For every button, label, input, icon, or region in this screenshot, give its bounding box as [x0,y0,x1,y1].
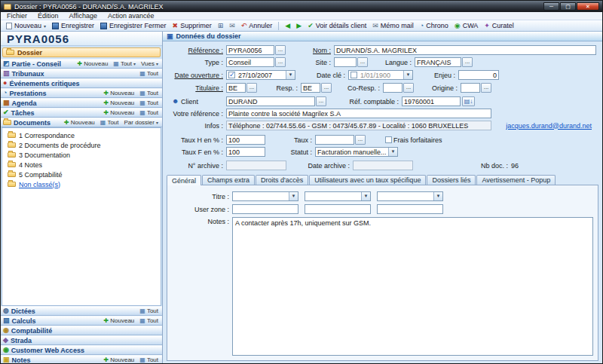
notes-textarea[interactable]: A contacter après 17h, uniquement sur GS… [232,217,593,356]
tree-item-correspondance[interactable]: 1 Correspondance [4,130,159,140]
coresp-field[interactable] [383,83,403,93]
tribunaux-tout-button[interactable]: ▦Tout [138,70,160,77]
tree-item-notes[interactable]: 4 Notes [4,160,159,170]
nom-field[interactable]: DURAND/S.A. MAGRILEX [334,45,596,55]
documents-nouveau-button[interactable]: ✚Nouveau [63,119,96,126]
menu-fichier[interactable]: Fichier [7,12,27,20]
annuler-button[interactable]: ↶ Annuler [239,21,275,31]
date-ouverture-checkbox[interactable] [228,72,235,78]
chevron-down-icon[interactable]: ▼ [403,71,412,79]
tab-avertissement-popup[interactable]: Avertissement - Popup [476,175,556,185]
prestations-nouveau-button[interactable]: ✚Nouveau [103,90,136,96]
chevron-down-icon[interactable]: ▼ [361,192,370,200]
nouveau-button[interactable]: Nouveau ▾ [4,21,48,31]
agenda-tout-button[interactable]: ▦Tout [138,99,160,106]
taches-tout-button[interactable]: ▦Tout [138,109,160,116]
sidebar-section-strada[interactable]: ◆ Strada [1,335,162,345]
user-zone-field-2[interactable] [305,204,371,214]
partie-tout-button[interactable]: ▦Tout▾ [112,60,137,67]
client-browse-button[interactable]: ... [316,96,326,106]
tree-item-documents-procedure[interactable]: 2 Documents de procédure [4,140,159,150]
voir-details-client-button[interactable]: ✔ Voir détails client [305,21,369,31]
tree-item-non-classes[interactable]: Non classé(s) [4,179,159,189]
documents-tout-button[interactable]: ▦Tout [99,119,121,126]
back-button[interactable]: ◀ [283,21,292,31]
titulaire-field[interactable]: BE [226,83,246,93]
sidebar-section-calculs[interactable]: ▤ Calculs ✚Nouveau ▦Tout [1,316,162,326]
titre-select-2[interactable]: ▼ [305,191,371,201]
chevron-down-icon[interactable]: ▼ [289,192,298,200]
maximize-button[interactable]: ▢ [560,2,576,11]
titulaire-label[interactable]: Titulaire : [172,84,226,92]
votre-reference-field[interactable]: Plainte contre la société Magrilex S.A [226,109,491,118]
chrono-button[interactable]: ◔ Chrono [418,21,451,31]
sidebar-section-tribunaux[interactable]: ▥ Tribunaux ▦Tout [1,69,162,78]
type-field[interactable]: Conseil [226,57,274,67]
tree-item-comptabilite[interactable]: 5 Comptabilité [4,170,159,179]
tab-utilisateurs-taux[interactable]: Utilisateurs avec un taux spécifique [309,175,426,185]
titre-select-1[interactable]: ▼ [232,191,298,201]
menu-edition[interactable]: Édition [38,12,59,20]
sidebar-section-notes[interactable]: ▣ Notes ✚Nouveau ▦Tout [1,355,162,364]
dictees-tout-button[interactable]: ▦Tout [138,307,160,314]
tree-item-documentation[interactable]: 3 Documentation [4,150,159,160]
calculs-tout-button[interactable]: ▦Tout [138,317,160,324]
taux-browse-button[interactable]: ... [355,135,366,145]
taux-h-field[interactable]: 100 [226,135,265,145]
sidebar-section-evenements-critiques[interactable]: ● Événements critiques [1,78,162,88]
minimize-button[interactable]: ─ [543,2,559,11]
send-mail-button[interactable]: ✉ [227,21,237,31]
enjeu-field[interactable]: 0 [458,70,499,80]
resp-browse-button[interactable]: ... [321,83,332,93]
tab-droits-acces[interactable]: Droits d'accès [256,175,308,185]
sidebar-section-prestations[interactable]: ◔ Prestations ✚Nouveau ▦Tout [1,88,162,98]
ref-comptable-field[interactable]: 19760001 [402,96,461,106]
sidebar-section-comptabilite[interactable]: ◉ Comptabilité [1,326,162,335]
menu-affichage[interactable]: Affichage [69,12,97,20]
forward-button[interactable]: ▶ [294,21,304,31]
langue-field[interactable]: FRANÇAIS [415,57,461,67]
menu-action-avancee[interactable]: Action avancée [108,12,155,20]
curatel-button[interactable]: ✦ Curatel [482,21,516,31]
type-browse-button[interactable]: ... [275,57,286,67]
supprimer-button[interactable]: ✖ Supprimer [170,21,214,31]
chevron-down-icon[interactable]: ▼ [388,148,397,156]
sidebar-item-dossier[interactable]: Dossier [2,47,161,57]
chevron-down-icon[interactable]: ▼ [286,71,295,79]
taux-field[interactable] [315,135,354,145]
taux-f-field[interactable]: 100 [226,147,265,157]
date-cle-checkbox[interactable] [350,72,357,78]
user-zone-field-3[interactable] [377,204,443,214]
cwa-button[interactable]: ◉ CWA [452,21,481,31]
titre-select-3[interactable]: ▼ [377,191,443,201]
memo-mail-button[interactable]: ✉ Mémo mail [370,21,416,31]
taches-nouveau-button[interactable]: ✚Nouveau [103,109,136,116]
tab-general[interactable]: Général [167,175,201,185]
langue-browse-button[interactable]: ... [462,57,473,67]
ledger-button[interactable]: ▤↓ [462,96,475,106]
statut-select[interactable]: Facturation manuelle... ▼ [315,147,398,157]
reference-label[interactable]: Référence : [172,47,226,54]
coresp-browse-button[interactable]: ... [403,83,414,93]
site-browse-button[interactable]: ... [357,57,368,67]
prestations-tout-button[interactable]: ▦Tout [138,90,160,96]
site-field[interactable] [334,57,357,67]
sidebar-section-taches[interactable]: ✔ Tâches ✚Nouveau ▦Tout [1,108,162,118]
tab-dossiers-lies[interactable]: Dossiers liés [427,175,476,185]
reference-browse-button[interactable]: ... [275,45,286,55]
origine-browse-button[interactable]: ... [481,83,491,93]
client-field[interactable]: DURAND [226,96,315,106]
enregistrer-fermer-button[interactable]: Enregistrer Fermer [98,21,169,31]
sidebar-section-documents[interactable]: Documents ✚Nouveau ▦Tout Par dossier▾ [1,118,162,127]
frais-forfaitaires-checkbox[interactable] [385,136,392,143]
enregistrer-button[interactable]: Enregistrer [50,21,96,31]
partie-vues-button[interactable]: Vues▾ [139,60,160,67]
sidebar-section-dictees[interactable]: ◍ Dictées ▦Tout [1,306,162,316]
sidebar-section-partie-conseil[interactable]: ◩ Partie - Conseil ✚Nouveau ▦Tout▾ Vues▾ [1,59,162,69]
client-email-link[interactable]: jacques.durand@durand.net [506,122,592,130]
date-cle-picker[interactable]: 1/01/1900 ▼ [348,70,413,80]
date-ouverture-picker[interactable]: 27/10/2007 ▼ [226,70,295,80]
copy-button[interactable]: ⊞ [216,21,226,31]
sidebar-section-agenda[interactable]: ▦ Agenda ✚Nouveau ▦Tout [1,98,162,108]
close-button[interactable]: ✕ [577,2,599,11]
